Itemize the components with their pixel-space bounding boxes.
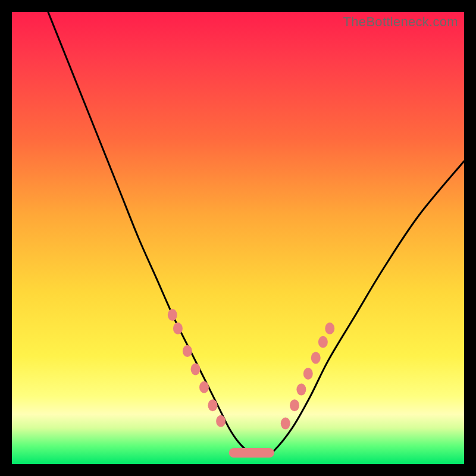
curve-marker [173,322,183,334]
curve-marker [216,415,226,427]
trough-band [229,448,274,458]
curve-marker [199,381,209,393]
chart-frame: TheBottleneck.com [0,0,476,476]
curve-marker [325,322,334,334]
curve-marker [318,336,328,348]
curve-marker [208,399,217,411]
curve-marker [281,418,290,430]
bottleneck-curve [48,12,464,456]
curve-marker [311,352,321,364]
curve-marker [168,309,177,321]
curve-marker [303,368,313,380]
bottleneck-curve-svg [12,12,464,464]
plot-area: TheBottleneck.com [12,12,464,464]
curve-marker [290,399,299,411]
curve-marker [296,384,306,396]
curve-marker [183,345,192,357]
curve-marker [191,363,201,375]
